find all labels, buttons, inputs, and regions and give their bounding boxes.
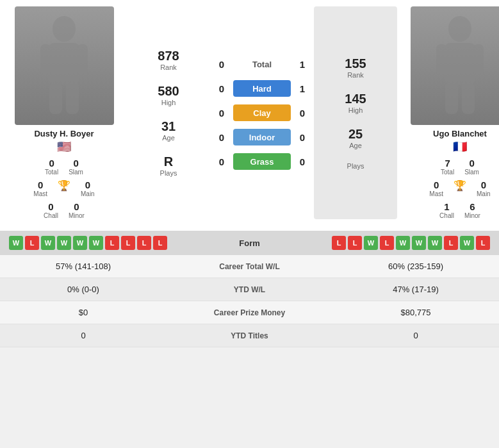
- court-indoor-label: Indoor: [249, 133, 275, 142]
- court-hard-label: Hard: [252, 84, 272, 94]
- right-form-badge-w: W: [460, 236, 474, 250]
- stats-center-label-2: Career Prize Money: [167, 302, 332, 324]
- stats-left-val-2: $0: [0, 301, 167, 324]
- right-age-label: Age: [348, 142, 363, 149]
- left-minor-cell: 0 Minor: [69, 201, 85, 219]
- svg-point-0: [53, 16, 76, 42]
- stats-right-val-2: $80,775: [332, 301, 499, 324]
- court-indoor-left: 0: [215, 132, 228, 143]
- right-avatar-svg: [431, 15, 489, 117]
- court-total-left: 0: [215, 59, 228, 70]
- left-chall-cell: 0 Chall: [44, 201, 58, 219]
- right-mast-value: 0: [429, 179, 443, 190]
- left-form-badges: WLWWWWLLLL: [9, 236, 167, 250]
- court-grass-right: 0: [296, 156, 309, 167]
- right-player-avatar: [411, 6, 500, 125]
- court-total-right: 1: [296, 59, 309, 70]
- svg-rect-7: [444, 43, 476, 85]
- left-player-stats-mid: 0 Mast 🏆 0 Main: [33, 179, 94, 197]
- court-indoor-row: 0 Indoor 0: [215, 129, 309, 145]
- right-chall-value: 1: [439, 201, 454, 212]
- left-middle-panel: 878 Rank 580 High 31 Age R Plays: [127, 6, 210, 219]
- player-section: Dusty H. Boyer 🇺🇸 0 Total 0 Slam 0 Mast: [0, 0, 499, 226]
- court-grass-left: 0: [215, 156, 228, 167]
- left-total-label: Total: [45, 169, 58, 176]
- right-form-badge-w: W: [396, 236, 410, 250]
- right-high-block: 145 High: [345, 92, 366, 114]
- left-main-value: 0: [81, 179, 95, 190]
- stats-center-label-0: Career Total W/L: [167, 256, 332, 278]
- left-plays-label: Plays: [160, 169, 177, 177]
- left-avatar-svg: [35, 15, 93, 117]
- court-total-row: 0 Total 1: [215, 56, 309, 72]
- court-total-label: Total: [252, 60, 272, 69]
- right-total-value: 7: [441, 158, 454, 169]
- court-clay-right: 0: [296, 108, 309, 119]
- main-container: Dusty H. Boyer 🇺🇸 0 Total 0 Slam 0 Mast: [0, 0, 499, 347]
- court-clay-label: Clay: [253, 108, 270, 118]
- right-plays-block: Plays: [347, 162, 364, 170]
- right-trophy-cell: 🏆: [454, 179, 466, 197]
- svg-rect-8: [436, 44, 446, 76]
- left-plays-block: R Plays: [160, 154, 177, 177]
- left-rank-value: 878: [158, 49, 179, 63]
- court-clay-left: 0: [215, 108, 228, 119]
- left-high-value: 580: [158, 84, 179, 99]
- right-minor-label: Minor: [464, 212, 480, 219]
- left-plays-value: R: [160, 154, 177, 169]
- right-player-stats-bot: 1 Chall 6 Minor: [439, 201, 480, 219]
- right-main-cell: 0 Main: [477, 179, 491, 197]
- right-rank-block: 155 Rank: [345, 56, 366, 79]
- left-main-label: Main: [81, 190, 95, 197]
- svg-rect-2: [40, 44, 51, 76]
- court-grass-badge: Grass: [233, 153, 291, 170]
- form-section: WLWWWWLLLL Form LLWLWWWLWL: [0, 231, 499, 255]
- left-age-value: 31: [161, 119, 176, 134]
- left-player-card: Dusty H. Boyer 🇺🇸 0 Total 0 Slam 0 Mast: [6, 6, 122, 219]
- left-trophy-icon: 🏆: [58, 180, 70, 191]
- left-total-value: 0: [45, 158, 58, 169]
- left-main-cell: 0 Main: [81, 179, 95, 197]
- court-hard-badge: Hard: [233, 80, 291, 97]
- form-label: Form: [239, 238, 260, 248]
- left-rank-label: Rank: [158, 63, 179, 71]
- left-mast-cell: 0 Mast: [33, 179, 47, 197]
- right-form-badge-w: W: [412, 236, 426, 250]
- left-player-avatar: [15, 6, 114, 125]
- left-player-stats-bot: 0 Chall 0 Minor: [44, 201, 85, 219]
- svg-point-6: [448, 16, 471, 42]
- left-form-badge-w: W: [41, 236, 55, 250]
- left-mast-value: 0: [33, 179, 47, 190]
- left-form-badge-l: L: [105, 236, 119, 250]
- court-grass-row: 0 Grass 0: [215, 153, 309, 170]
- left-player-stats-top: 0 Total 0 Slam: [45, 158, 83, 176]
- right-player-stats-mid: 0 Mast 🏆 0 Main: [429, 179, 490, 197]
- svg-rect-5: [66, 82, 79, 114]
- stats-right-val-0: 60% (235-159): [332, 255, 499, 278]
- right-player-card: Ugo Blanchet 🇫🇷 7 Total 0 Slam 0 Mast: [402, 6, 499, 219]
- right-total-label: Total: [441, 169, 454, 176]
- court-section: 0 Total 1 0 Hard 1 0 Clay 0: [215, 6, 309, 219]
- stats-row-3: 0YTD Titles0: [0, 324, 499, 347]
- stats-row-1: 0% (0-0)YTD W/L47% (17-19): [0, 278, 499, 301]
- right-form-badges: LLWLWWWLWL: [332, 236, 490, 250]
- right-form-badge-l: L: [380, 236, 394, 250]
- left-trophy-cell: 🏆: [58, 179, 70, 197]
- right-trophy-icon: 🏆: [454, 180, 466, 191]
- left-form-badge-l: L: [153, 236, 167, 250]
- stats-row-0: 57% (141-108)Career Total W/L60% (235-15…: [0, 255, 499, 278]
- right-age-value: 25: [348, 127, 363, 142]
- stats-section: 57% (141-108)Career Total W/L60% (235-15…: [0, 255, 499, 347]
- left-mast-label: Mast: [33, 190, 47, 197]
- stats-right-val-1: 47% (17-19): [332, 278, 499, 301]
- right-total-cell: 7 Total: [441, 158, 454, 176]
- right-player-name: Ugo Blanchet: [433, 129, 487, 138]
- stats-center-label-1: YTD W/L: [167, 279, 332, 301]
- right-main-label: Main: [477, 190, 491, 197]
- right-form-badge-w: W: [428, 236, 442, 250]
- svg-rect-1: [48, 43, 80, 85]
- right-slam-label: Slam: [464, 169, 479, 176]
- right-form-badge-w: W: [364, 236, 378, 250]
- right-rank-value: 155: [345, 56, 366, 71]
- svg-rect-10: [445, 82, 458, 114]
